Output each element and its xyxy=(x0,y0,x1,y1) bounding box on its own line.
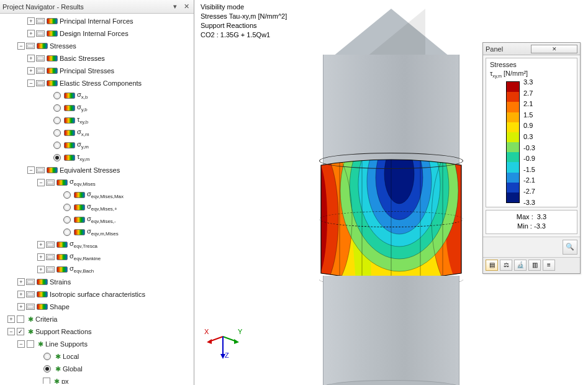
model-cylinder-top xyxy=(323,55,459,166)
radio[interactable] xyxy=(53,117,61,124)
color-icon xyxy=(64,142,75,148)
checkbox[interactable] xyxy=(17,315,24,323)
collapse-icon[interactable]: − xyxy=(27,166,35,174)
radio[interactable] xyxy=(63,229,71,236)
radio[interactable] xyxy=(53,92,61,99)
radio[interactable] xyxy=(53,142,61,149)
collapse-icon[interactable]: − xyxy=(7,328,15,335)
local-icon: ✱ xyxy=(53,353,63,361)
expand-icon[interactable]: + xyxy=(37,241,45,248)
sheet-icon xyxy=(36,18,45,24)
tree-item-tau-xym[interactable]: τxy,m xyxy=(1,152,194,164)
panel-header[interactable]: Panel ✕ xyxy=(483,43,580,55)
checkbox-checked[interactable]: ✓ xyxy=(17,328,24,335)
project-navigator: Project Navigator - Results ▾ ✕ +Princip… xyxy=(0,0,194,385)
results-tree[interactable]: +Principal Internal Forces +Design Inter… xyxy=(0,14,194,385)
tree-item-stresses[interactable]: −Stresses xyxy=(1,40,194,52)
tree-item-eqv-mises[interactable]: −σeqv,Mises xyxy=(1,176,194,189)
legend-value: -2.1 xyxy=(523,175,535,185)
expand-icon[interactable]: + xyxy=(27,17,35,25)
tree-item-shape[interactable]: +Shape xyxy=(1,301,194,313)
tree-label: σeqv,Mises,+ xyxy=(87,202,117,212)
tree-item-principal-internal-forces[interactable]: +Principal Internal Forces xyxy=(1,15,194,27)
tree-item-sigma-xm[interactable]: σx,m xyxy=(1,127,194,139)
tree-item-isotropic[interactable]: +Isotropic surface characteristics xyxy=(1,288,194,301)
pin-icon[interactable]: ▾ xyxy=(170,2,180,12)
expand-icon[interactable]: + xyxy=(37,253,45,261)
tree-item-px[interactable]: ✱px xyxy=(1,375,194,384)
tree-label: Principal Stresses xyxy=(60,67,114,75)
expand-icon[interactable]: + xyxy=(7,315,15,323)
color-icon xyxy=(64,117,75,124)
tab-balance-icon[interactable]: ⚖ xyxy=(500,260,512,271)
axis-triad: X Y Z xyxy=(206,323,243,360)
tree-item-sigma-ym[interactable]: σy,m xyxy=(1,139,194,152)
tree-item-support-reactions[interactable]: −✓✱Support Reactions xyxy=(1,325,194,338)
tree-item-eqv-mises-minus[interactable]: σeqv,Mises,- xyxy=(1,214,194,226)
collapse-icon[interactable]: − xyxy=(17,42,25,50)
expand-icon[interactable]: + xyxy=(37,266,45,273)
sheet-icon xyxy=(36,80,45,86)
checkbox[interactable] xyxy=(27,340,34,348)
panel-close-icon[interactable]: ✕ xyxy=(531,45,577,53)
color-icon xyxy=(37,304,48,310)
tree-item-criteria[interactable]: +✱Criteria xyxy=(1,313,194,325)
zoom-fit-icon[interactable]: 🔍 xyxy=(563,240,577,255)
radio-checked[interactable] xyxy=(43,365,51,373)
tree-item-elastic-stress-components[interactable]: −Elastic Stress Components xyxy=(1,77,194,89)
radio[interactable] xyxy=(53,129,61,137)
color-icon xyxy=(64,105,75,111)
radio[interactable] xyxy=(53,104,61,112)
tree-label: Isotropic surface characteristics xyxy=(50,291,145,298)
legend-title: Stresses xyxy=(490,61,573,68)
expand-icon[interactable]: + xyxy=(27,30,35,37)
close-icon[interactable]: ✕ xyxy=(181,2,191,12)
tree-item-sigma-xb[interactable]: σx,b xyxy=(1,89,194,102)
tree-item-eqv-tresca[interactable]: +σeqv,Tresca xyxy=(1,238,194,251)
collapse-icon[interactable]: − xyxy=(37,179,45,186)
tab-filter-icon[interactable]: ▥ xyxy=(528,260,541,271)
collapse-icon[interactable]: − xyxy=(17,340,25,348)
tree-item-line-supports[interactable]: −✱Line Supports xyxy=(1,338,194,350)
tree-label: σeqv,m,Mises xyxy=(87,227,119,237)
tree-item-principal-stresses[interactable]: +Principal Stresses xyxy=(1,65,194,77)
tree-item-eqv-mises-plus[interactable]: σeqv,Mises,+ xyxy=(1,201,194,214)
radio[interactable] xyxy=(43,353,51,360)
tab-list-icon[interactable]: ≡ xyxy=(543,260,555,271)
tree-item-tau-xyb[interactable]: τxy,b xyxy=(1,114,194,127)
expand-icon[interactable]: + xyxy=(17,303,25,310)
tab-color-scale-icon[interactable]: ▤ xyxy=(486,260,498,271)
tree-item-eqv-rankine[interactable]: +σeqv,Rankine xyxy=(1,251,194,263)
tree-item-eqv-bach[interactable]: +σeqv,Bach xyxy=(1,263,194,276)
radio[interactable] xyxy=(63,204,71,211)
expand-icon[interactable]: + xyxy=(27,55,35,62)
support-icon: ✱ xyxy=(25,328,35,336)
radio-checked[interactable] xyxy=(53,154,61,161)
color-icon xyxy=(47,55,58,61)
tree-item-sigma-yb[interactable]: σy,b xyxy=(1,102,194,114)
sheet-icon xyxy=(26,304,35,310)
tree-item-global[interactable]: ✱Global xyxy=(1,363,194,375)
collapse-icon[interactable]: − xyxy=(27,79,35,87)
tree-label: Elastic Stress Components xyxy=(60,79,142,87)
tree-item-local[interactable]: ✱Local xyxy=(1,350,194,363)
radio[interactable] xyxy=(63,191,71,199)
expand-icon[interactable]: + xyxy=(27,67,35,75)
tree-item-strains[interactable]: +Strains xyxy=(1,276,194,288)
color-icon xyxy=(57,242,68,248)
tree-item-equivalent-stresses[interactable]: −Equivalent Stresses xyxy=(1,164,194,176)
tree-label: σeqv,Tresca xyxy=(70,240,97,249)
tree-label: Global xyxy=(63,365,83,373)
sheet-icon xyxy=(36,55,45,61)
expand-icon[interactable]: + xyxy=(17,291,25,298)
tab-microscope-icon[interactable]: 🔬 xyxy=(514,260,527,271)
sheet-icon xyxy=(46,266,55,273)
tree-item-design-internal-forces[interactable]: +Design Internal Forces xyxy=(1,27,194,40)
color-icon xyxy=(74,229,85,235)
tree-item-eqv-m-mises[interactable]: σeqv,m,Mises xyxy=(1,226,194,238)
expand-icon[interactable]: + xyxy=(17,278,25,286)
radio[interactable] xyxy=(63,216,71,224)
checkbox[interactable] xyxy=(43,378,50,384)
tree-item-basic-stresses[interactable]: +Basic Stresses xyxy=(1,52,194,65)
tree-item-eqv-mises-max[interactable]: σeqv,Mises,Max xyxy=(1,189,194,201)
